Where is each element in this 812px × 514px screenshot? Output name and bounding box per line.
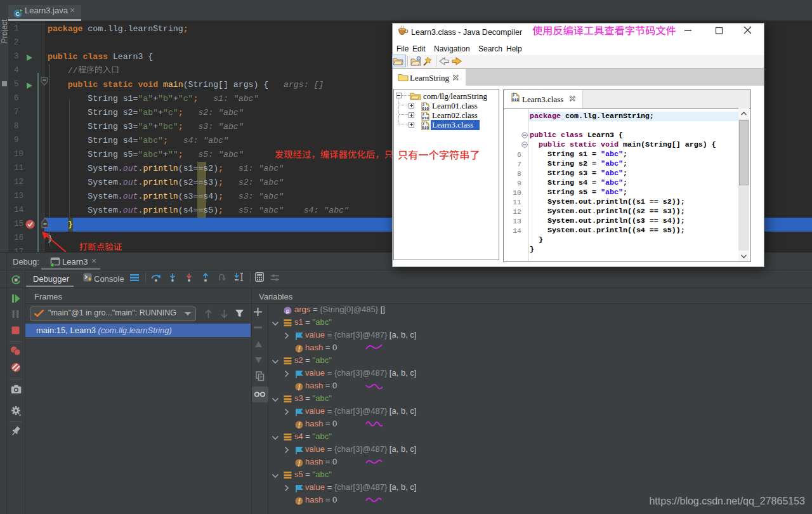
svg-text:J: J xyxy=(512,92,514,98)
svg-text:010: 010 xyxy=(422,107,429,111)
svg-text:J: J xyxy=(422,102,425,107)
svg-text:J: J xyxy=(422,112,425,117)
svg-text:J: J xyxy=(422,121,425,126)
svg-text:010: 010 xyxy=(422,116,429,121)
svg-text:p: p xyxy=(286,308,289,314)
svg-text:010: 010 xyxy=(512,98,519,102)
svg-text:010: 010 xyxy=(422,126,429,130)
